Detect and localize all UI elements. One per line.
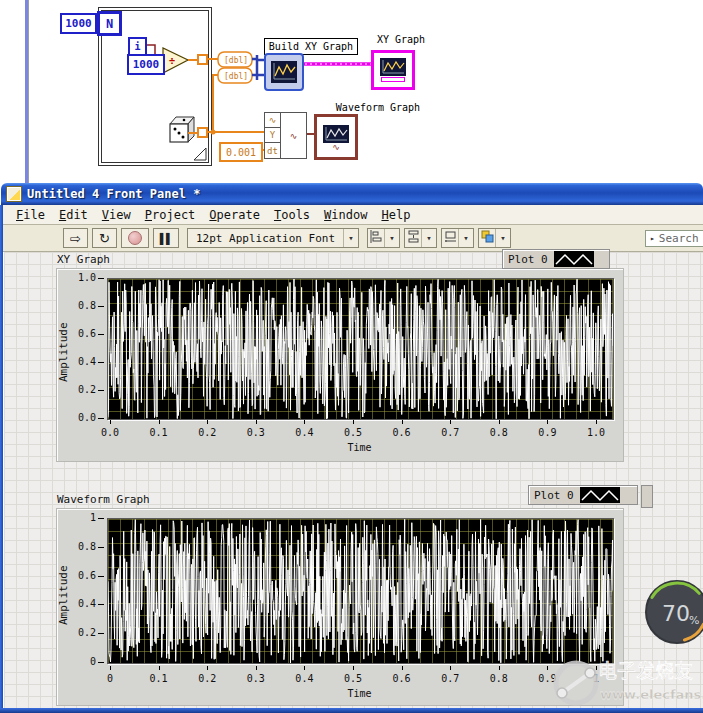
- x-tick-mark: [353, 420, 354, 424]
- abort-icon: [128, 231, 142, 245]
- x-tick-mark: [304, 666, 305, 670]
- x-tick-label: 0.1: [150, 427, 168, 438]
- cluster-connector: [252, 55, 264, 80]
- y-tick-mark: [98, 306, 104, 307]
- x-tick-mark: [304, 420, 305, 424]
- y-tick-mark: [98, 604, 104, 605]
- chevron-down-icon[interactable]: ▾: [343, 229, 358, 247]
- align-objects-icon: [368, 229, 384, 243]
- n-terminal[interactable]: N: [97, 11, 122, 36]
- mini-graph-icon: [271, 61, 297, 83]
- x-tick-mark: [402, 420, 403, 424]
- bw-y-cell: Y: [265, 128, 280, 143]
- x-tick-label: 0.3: [247, 427, 265, 438]
- waveform-graph-legend[interactable]: Plot 0: [528, 485, 638, 505]
- xy-x-axis: 0.00.10.20.30.40.50.60.70.80.91.0: [107, 420, 612, 442]
- y-tick-label: 0.6: [78, 328, 96, 339]
- pause-icon: ▌▌: [160, 233, 172, 244]
- run-continuous-button[interactable]: ↻: [92, 228, 117, 248]
- build-waveform-inputs: ∿ Y dt: [265, 113, 281, 158]
- chevron-down-icon[interactable]: ▾: [495, 229, 510, 247]
- run-button[interactable]: ⇨: [63, 228, 88, 248]
- x-tick-mark: [499, 666, 500, 670]
- y-tick-mark: [98, 547, 104, 548]
- waveform-graph-terminal[interactable]: ∿: [314, 114, 358, 160]
- xy-graph-legend[interactable]: Plot 0: [502, 249, 610, 269]
- bw-dt-cell: dt: [265, 143, 280, 158]
- align-objects-button[interactable]: ▾: [367, 228, 400, 248]
- loop-tunnel-top[interactable]: [198, 55, 207, 64]
- divisor-constant[interactable]: 1000: [127, 54, 165, 75]
- x-tick-mark: [256, 420, 257, 424]
- search-marker-icon: ▸: [650, 234, 655, 243]
- x-tick-label: 0.0: [101, 427, 119, 438]
- resize-objects-button[interactable]: ▾: [441, 228, 474, 248]
- menu-tools[interactable]: Tools: [267, 207, 317, 223]
- menu-view[interactable]: View: [95, 207, 138, 223]
- toolbar: ⇨ ↻ ▌▌ 12pt Application Font ▾ ▾ ▾ ▾: [1, 225, 703, 252]
- x-tick-mark: [402, 666, 403, 670]
- y-tick-label: 0.2: [78, 627, 96, 638]
- x-tick-label: 0.8: [490, 427, 508, 438]
- chevron-down-icon[interactable]: ▾: [458, 229, 473, 247]
- loop-count-constant[interactable]: 1000: [60, 13, 97, 34]
- x-tick-label: 0: [107, 673, 113, 684]
- menu-operate[interactable]: Operate: [202, 207, 267, 223]
- distribute-objects-icon: [405, 229, 421, 243]
- x-tick-label: 0.3: [247, 673, 265, 684]
- menu-edit[interactable]: Edit: [52, 207, 95, 223]
- search-input[interactable]: ▸ Search: [645, 230, 703, 247]
- chevron-down-icon[interactable]: ▾: [384, 229, 399, 247]
- xy-y-axis: 1.00.80.60.40.20.0: [62, 278, 104, 418]
- build-xy-graph-vi[interactable]: [264, 53, 304, 91]
- divide-sign: ÷: [169, 55, 175, 66]
- x-tick-mark: [547, 420, 548, 424]
- dt-constant[interactable]: 0.001: [219, 142, 263, 162]
- abort-button[interactable]: [121, 228, 149, 248]
- chevron-down-icon[interactable]: ▾: [421, 229, 436, 247]
- mini-graph-icon: [380, 58, 406, 76]
- x-tick-label: 0.4: [295, 673, 313, 684]
- pause-button[interactable]: ▌▌: [153, 228, 179, 248]
- font-selector[interactable]: 12pt Application Font ▾: [187, 228, 359, 248]
- menu-project[interactable]: Project: [138, 207, 203, 223]
- waveform-glyph: ∿: [332, 144, 340, 150]
- dbl-conversion-label-2: [dbl]: [224, 72, 248, 81]
- reorder-icon: [479, 229, 495, 243]
- x-tick-label: 0.1: [150, 673, 168, 684]
- y-tick-label: 0.2: [78, 384, 96, 395]
- distribute-objects-button[interactable]: ▾: [404, 228, 437, 248]
- array-branch-wire: [213, 75, 218, 132]
- y-tick-label: 0.4: [78, 598, 96, 609]
- x-tick-mark: [450, 666, 451, 670]
- plot-swatch-icon: [554, 251, 594, 267]
- legend-scroll-tab[interactable]: [641, 485, 653, 508]
- front-panel: XY Graph Plot 0 Amplitude 1.00.80.60.40.…: [4, 252, 703, 708]
- divide-node[interactable]: [163, 48, 188, 73]
- loop-tunnel-bottom[interactable]: [198, 128, 207, 137]
- dice-icon[interactable]: [170, 117, 194, 142]
- title-bar[interactable]: Untitled 4 Front Panel *: [1, 183, 703, 205]
- xy-xlabel: Time: [107, 442, 612, 453]
- menu-bar: File Edit View Project Operate Tools Win…: [1, 205, 703, 225]
- menu-window[interactable]: Window: [317, 207, 374, 223]
- xy-graph-terminal[interactable]: [371, 50, 415, 90]
- x-tick-mark: [596, 420, 597, 424]
- x-tick-label: 0.9: [538, 673, 556, 684]
- reorder-button[interactable]: ▾: [478, 228, 511, 248]
- build-waveform-node[interactable]: ∿ Y dt ∿: [264, 112, 307, 159]
- wf-x-axis: 00.10.20.30.40.50.60.70.80.91: [107, 666, 612, 688]
- resize-objects-icon: [442, 229, 458, 243]
- xy-terminal-label: XY Graph: [370, 34, 432, 45]
- menu-help[interactable]: Help: [374, 207, 417, 223]
- font-selector-label: 12pt Application Font: [188, 229, 343, 247]
- x-tick-label: 0.2: [198, 673, 216, 684]
- waveform-plot[interactable]: [107, 518, 614, 664]
- y-tick-label: 0.8: [78, 541, 96, 552]
- waveform-terminal-label: Waveform Graph: [328, 102, 428, 113]
- x-tick-mark: [547, 666, 548, 670]
- y-tick-label: 1.0: [78, 272, 96, 283]
- y-tick-label: 0.6: [78, 570, 96, 581]
- xy-plot[interactable]: [107, 278, 614, 420]
- menu-file[interactable]: File: [9, 207, 52, 223]
